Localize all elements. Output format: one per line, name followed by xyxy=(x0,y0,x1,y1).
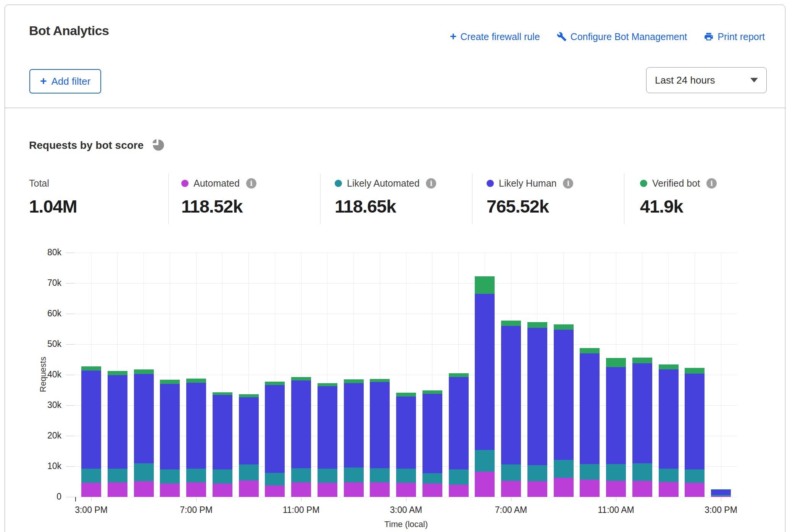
bar-segment-likely-human[interactable] xyxy=(606,367,626,464)
bar-segment-automated[interactable] xyxy=(527,481,547,497)
bar-segment-likely-automated[interactable] xyxy=(213,469,232,484)
bar-segment-likely-human[interactable] xyxy=(213,395,232,469)
bar-segment-likely-human[interactable] xyxy=(396,397,416,469)
bar-segment-likely-automated[interactable] xyxy=(81,469,101,483)
bar-segment-automated[interactable] xyxy=(160,484,180,497)
bar-segment-likely-automated[interactable] xyxy=(291,468,311,483)
bar-segment-likely-human[interactable] xyxy=(711,490,731,495)
bar-segment-likely-human[interactable] xyxy=(370,382,390,468)
bar-segment-likely-human[interactable] xyxy=(186,383,206,469)
bar-segment-likely-human[interactable] xyxy=(81,371,101,469)
bar-segment-verified-bot[interactable] xyxy=(81,366,101,370)
bar-segment-likely-automated[interactable] xyxy=(685,469,705,483)
bar-segment-likely-human[interactable] xyxy=(318,386,337,468)
bar-segment-likely-automated[interactable] xyxy=(580,464,600,480)
bar-segment-likely-automated[interactable] xyxy=(239,464,259,480)
bar-segment-verified-bot[interactable] xyxy=(501,321,521,326)
bar-segment-likely-human[interactable] xyxy=(265,385,285,473)
configure-bot-management-link[interactable]: Configure Bot Management xyxy=(557,31,687,42)
bar-segment-automated[interactable] xyxy=(475,472,495,497)
bar-segment-likely-automated[interactable] xyxy=(449,469,469,485)
bar-segment-automated[interactable] xyxy=(291,482,311,497)
print-report-link[interactable]: Print report xyxy=(704,31,765,42)
bar-segment-likely-automated[interactable] xyxy=(632,463,652,481)
bar-segment-verified-bot[interactable] xyxy=(396,393,416,397)
bar-segment-verified-bot[interactable] xyxy=(265,382,285,385)
info-icon[interactable]: i xyxy=(246,178,256,189)
bar-segment-verified-bot[interactable] xyxy=(344,379,364,383)
bar-segment-likely-automated[interactable] xyxy=(606,464,626,480)
bar-segment-verified-bot[interactable] xyxy=(134,369,154,374)
bar-segment-likely-automated[interactable] xyxy=(554,460,574,477)
bar-segment-likely-automated[interactable] xyxy=(501,464,521,480)
bar-segment-likely-human[interactable] xyxy=(422,394,442,473)
bar-segment-likely-automated[interactable] xyxy=(475,450,495,472)
bar-segment-automated[interactable] xyxy=(580,480,600,497)
bar-segment-verified-bot[interactable] xyxy=(213,392,232,395)
bar-segment-verified-bot[interactable] xyxy=(554,324,574,330)
bar-segment-automated[interactable] xyxy=(711,496,731,497)
bar-segment-verified-bot[interactable] xyxy=(606,358,626,367)
bar-segment-likely-human[interactable] xyxy=(134,374,154,463)
bar-segment-verified-bot[interactable] xyxy=(291,377,311,380)
create-firewall-rule-link[interactable]: + Create firewall rule xyxy=(450,31,540,42)
bar-segment-likely-human[interactable] xyxy=(475,294,495,450)
bar-segment-verified-bot[interactable] xyxy=(711,489,731,490)
bar-segment-verified-bot[interactable] xyxy=(449,373,469,377)
bar-segment-likely-automated[interactable] xyxy=(396,469,416,483)
bar-segment-likely-automated[interactable] xyxy=(711,495,731,496)
bar-segment-automated[interactable] xyxy=(632,481,652,497)
bar-segment-automated[interactable] xyxy=(554,478,574,497)
bar-segment-automated[interactable] xyxy=(186,482,206,497)
bar-segment-likely-automated[interactable] xyxy=(344,468,364,482)
bar-segment-automated[interactable] xyxy=(265,485,285,497)
add-filter-button[interactable]: + Add filter xyxy=(29,69,101,94)
bar-segment-likely-automated[interactable] xyxy=(527,465,547,481)
bar-segment-likely-human[interactable] xyxy=(580,353,600,464)
bar-segment-likely-human[interactable] xyxy=(527,328,547,465)
bar-segment-likely-automated[interactable] xyxy=(318,469,337,483)
bar-segment-automated[interactable] xyxy=(318,483,337,497)
bar-segment-verified-bot[interactable] xyxy=(685,368,705,374)
bar-segment-likely-human[interactable] xyxy=(291,380,311,468)
bar-segment-verified-bot[interactable] xyxy=(580,348,600,353)
bar-segment-likely-human[interactable] xyxy=(685,374,705,469)
bar-segment-automated[interactable] xyxy=(81,483,101,497)
bar-segment-verified-bot[interactable] xyxy=(186,379,206,383)
bar-segment-likely-human[interactable] xyxy=(659,369,679,468)
bar-segment-likely-automated[interactable] xyxy=(659,469,679,482)
bar-segment-likely-automated[interactable] xyxy=(186,469,206,483)
bar-segment-likely-automated[interactable] xyxy=(134,463,154,481)
bar-segment-automated[interactable] xyxy=(606,481,626,497)
bar-segment-likely-human[interactable] xyxy=(501,326,521,464)
bar-segment-automated[interactable] xyxy=(449,485,469,497)
info-icon[interactable]: i xyxy=(426,178,436,189)
bar-segment-verified-bot[interactable] xyxy=(475,276,495,294)
bar-segment-verified-bot[interactable] xyxy=(659,364,679,370)
bar-segment-likely-human[interactable] xyxy=(108,375,127,469)
bar-segment-automated[interactable] xyxy=(685,483,705,497)
bar-segment-likely-automated[interactable] xyxy=(108,469,127,482)
bar-segment-verified-bot[interactable] xyxy=(239,394,259,397)
bar-segment-likely-human[interactable] xyxy=(449,377,469,469)
bar-segment-automated[interactable] xyxy=(213,484,232,497)
bar-segment-automated[interactable] xyxy=(134,481,154,497)
bar-segment-likely-automated[interactable] xyxy=(265,473,285,486)
info-icon[interactable]: i xyxy=(706,178,717,189)
bar-segment-automated[interactable] xyxy=(396,483,416,497)
bar-segment-verified-bot[interactable] xyxy=(318,383,337,387)
bar-segment-likely-human[interactable] xyxy=(344,383,364,468)
time-range-select[interactable]: Last 24 hours xyxy=(646,67,767,93)
bar-segment-verified-bot[interactable] xyxy=(370,379,390,382)
info-icon[interactable]: i xyxy=(563,178,573,189)
bar-segment-likely-human[interactable] xyxy=(554,330,574,460)
bar-segment-automated[interactable] xyxy=(239,480,259,497)
bar-segment-automated[interactable] xyxy=(659,482,679,497)
bar-segment-likely-automated[interactable] xyxy=(160,469,180,484)
bar-segment-automated[interactable] xyxy=(344,482,364,497)
bar-segment-likely-human[interactable] xyxy=(632,363,652,463)
bar-segment-verified-bot[interactable] xyxy=(422,390,442,394)
bar-segment-verified-bot[interactable] xyxy=(108,371,127,375)
bar-segment-likely-automated[interactable] xyxy=(370,468,390,483)
bar-segment-automated[interactable] xyxy=(422,484,442,497)
